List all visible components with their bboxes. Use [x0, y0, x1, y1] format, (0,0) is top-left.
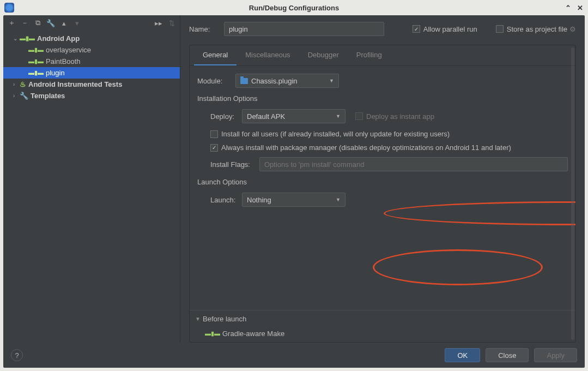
tree-label: PaintBooth [46, 57, 81, 65]
module-label: Module: [197, 77, 235, 85]
module-combo[interactable]: Chassis.plugin ▼ [235, 74, 339, 88]
chevron-down-icon: ▼ [336, 197, 341, 202]
install-all-users-label: Install for all users (if already instal… [221, 130, 450, 138]
flask-icon: ♨ [20, 80, 26, 88]
installation-options-title: Installation Options [197, 94, 568, 103]
module-icon [240, 78, 248, 84]
tab-misc[interactable]: Miscellaneous [237, 45, 299, 65]
tree-node-overlayservice[interactable]: ▬▮▬ overlayservice [3, 44, 180, 56]
configurations-tree[interactable]: ⌄ ▬▮▬ Android App ▬▮▬ overlayservice ▬▮▬… [3, 31, 180, 343]
tree-label: plugin [46, 69, 65, 77]
tree-node-templates[interactable]: › 🔧 Templates [3, 90, 180, 101]
deploy-instant-label: Deploy as instant app [366, 112, 434, 121]
chevron-down-icon: ▼ [336, 113, 341, 119]
android-icon: ▬▮▬ [28, 46, 44, 53]
ok-button[interactable]: OK [445, 348, 480, 362]
launch-label: Launch: [210, 196, 242, 204]
gear-icon[interactable]: ⚙ [569, 25, 576, 33]
install-flags-label: Install Flags: [210, 160, 259, 169]
launch-value: Nothing [247, 196, 271, 204]
tree-node-android-app[interactable]: ⌄ ▬▮▬ Android App [3, 33, 180, 44]
before-launch-section: ▼ Before launch ▬▮▬ Gradle-aware Make [190, 310, 575, 342]
window-title: Run/Debug Configurations [249, 4, 339, 12]
scrollbar[interactable] [571, 47, 574, 340]
wrench-icon: 🔧 [20, 92, 28, 100]
configurations-tree-panel: ＋ － ⧉ 🔧 ▴ ▾ ▸▸ ⇅ ⌄ ▬▮▬ Android App ▬▮▬ o… [3, 15, 180, 343]
chevron-right-icon: › [13, 81, 20, 87]
dialog-body: ＋ － ⧉ 🔧 ▴ ▾ ▸▸ ⇅ ⌄ ▬▮▬ Android App ▬▮▬ o… [3, 15, 585, 368]
tree-toolbar: ＋ － ⧉ 🔧 ▴ ▾ ▸▸ ⇅ [3, 15, 180, 31]
chevron-down-icon: ▼ [195, 316, 203, 322]
edit-icon[interactable]: 🔧 [47, 19, 54, 27]
titlebar: Run/Debug Configurations ⌃ ✕ [0, 0, 588, 15]
minimize-icon[interactable]: ⌃ [564, 4, 572, 11]
before-launch-title: Before launch [203, 315, 246, 323]
before-launch-item[interactable]: ▬▮▬ Gradle-aware Make [190, 327, 575, 342]
tree-label: overlayservice [46, 46, 91, 54]
allow-parallel-label: Allow parallel run [423, 25, 477, 33]
tree-label: Android Instrumented Tests [28, 80, 122, 88]
chevron-down-icon: ▼ [329, 78, 334, 83]
collapse-icon[interactable]: ⇅ [168, 19, 175, 27]
install-flags-input[interactable] [259, 157, 568, 171]
remove-icon[interactable]: － [21, 19, 28, 27]
before-launch-header[interactable]: ▼ Before launch [190, 310, 575, 327]
expand-icon[interactable]: ▸▸ [155, 19, 162, 27]
apply-button[interactable]: Apply [534, 348, 577, 362]
deploy-combo[interactable]: Default APK ▼ [242, 109, 345, 123]
close-icon[interactable]: ✕ [576, 4, 584, 11]
android-icon: ▬▮▬ [20, 35, 35, 42]
tree-label: Templates [31, 92, 65, 100]
app-icon [4, 3, 14, 13]
name-label: Name: [189, 25, 215, 33]
down-icon[interactable]: ▾ [73, 19, 81, 27]
deploy-label: Deploy: [210, 112, 242, 121]
deploy-instant-checkbox[interactable] [355, 112, 363, 120]
always-package-manager-checkbox[interactable] [210, 144, 218, 152]
chevron-down-icon: ⌄ [13, 35, 20, 41]
store-as-project-checkbox[interactable] [496, 25, 504, 33]
up-icon[interactable]: ▴ [60, 19, 68, 27]
configuration-form: Name: Allow parallel run Store as projec… [180, 15, 585, 343]
launch-combo[interactable]: Nothing ▼ [242, 193, 345, 207]
module-value: Chassis.plugin [251, 77, 298, 85]
android-icon: ▬▮▬ [28, 69, 44, 76]
dialog-button-bar: ? OK Close Apply [3, 343, 585, 368]
config-area: General Miscellaneous Debugger Profiling… [189, 45, 576, 343]
close-button[interactable]: Close [486, 348, 529, 362]
tree-node-plugin[interactable]: ▬▮▬ plugin [3, 67, 180, 79]
tree-node-paintbooth[interactable]: ▬▮▬ PaintBooth [3, 56, 180, 67]
add-icon[interactable]: ＋ [8, 19, 15, 27]
allow-parallel-checkbox[interactable] [413, 25, 420, 33]
android-icon: ▬▮▬ [28, 58, 44, 65]
chevron-right-icon: › [13, 93, 20, 99]
tree-label: Android App [37, 34, 80, 43]
tab-profiling[interactable]: Profiling [348, 45, 391, 65]
store-as-project-label: Store as project file [507, 25, 567, 33]
general-tab-content: Module: Chassis.plugin ▼ Installation Op… [190, 66, 575, 310]
android-icon: ▬▮▬ [205, 330, 220, 337]
copy-icon[interactable]: ⧉ [34, 19, 41, 27]
launch-options-title: Launch Options [197, 178, 568, 186]
install-all-users-checkbox[interactable] [210, 130, 218, 138]
before-launch-item-label: Gradle-aware Make [222, 330, 284, 338]
tab-general[interactable]: General [194, 45, 237, 65]
deploy-value: Default APK [247, 112, 285, 121]
name-input[interactable] [224, 22, 384, 36]
tabs: General Miscellaneous Debugger Profiling [190, 45, 575, 66]
tab-debugger[interactable]: Debugger [299, 45, 348, 65]
annotation-ellipse [373, 249, 543, 285]
help-button[interactable]: ? [11, 349, 23, 361]
tree-node-instrumented-tests[interactable]: › ♨ Android Instrumented Tests [3, 79, 180, 90]
always-package-manager-label: Always install with package manager (dis… [221, 143, 511, 152]
